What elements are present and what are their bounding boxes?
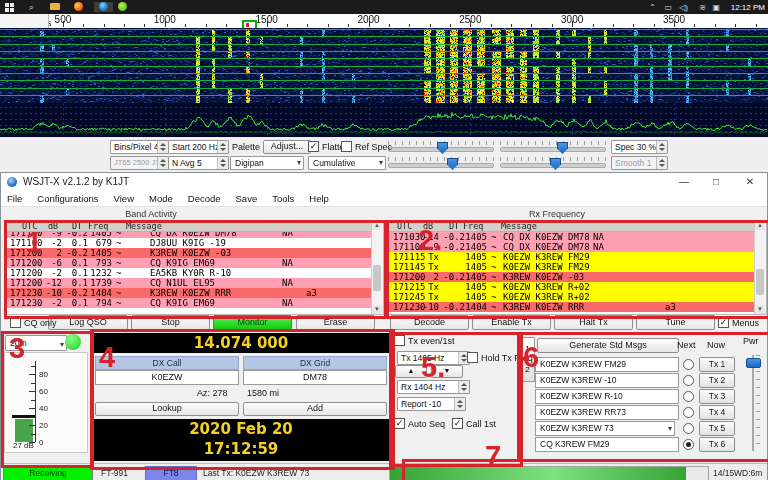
- close-button[interactable]: ✕: [743, 175, 757, 189]
- spinner-buttons[interactable]: [217, 157, 228, 169]
- frequency-scale[interactable]: 500100015002000250030003500: [0, 14, 768, 29]
- minimize-button[interactable]: —: [677, 175, 691, 189]
- tx-freq-spinner[interactable]: Tx 1405 Hz: [397, 351, 470, 365]
- palette-combo[interactable]: Digipan▾: [230, 156, 304, 170]
- search-icon[interactable]: ⌕: [26, 2, 37, 12]
- menu-save[interactable]: Save: [236, 193, 258, 204]
- title-bar[interactable]: WSJT-X v2.1.2 by K1JT — □ ✕: [1, 173, 767, 191]
- menu-configurations[interactable]: Configurations: [37, 193, 98, 204]
- slider-handle[interactable]: [437, 142, 448, 154]
- now-button-tx1[interactable]: Tx 1: [699, 357, 735, 372]
- stop-button[interactable]: Stop: [131, 315, 210, 330]
- decode-row[interactable]: 171200-120.11739~CQ N1UL EL95NA: [6, 278, 372, 288]
- tx-message-field-4[interactable]: K0EZW K3REW RR73: [535, 405, 679, 420]
- decode-row[interactable]: 171100-20.1679~DJ8UU K9IG -19: [6, 238, 372, 248]
- checkbox-ref-spec[interactable]: Ref Spec: [341, 141, 392, 152]
- bins-pixel-spinner[interactable]: Bins/Pixel 4: [110, 140, 169, 154]
- spinner-buttons[interactable]: [458, 381, 469, 393]
- decode-row[interactable]: 171215Tx1405~K0EZW K3REW R+02: [389, 282, 755, 292]
- frequency-display[interactable]: 14.074 000: [93, 333, 389, 353]
- next-radio-tx4[interactable]: [683, 407, 694, 418]
- menu-view[interactable]: View: [114, 193, 134, 204]
- menu-decode[interactable]: Decode: [188, 193, 221, 204]
- now-button-tx6[interactable]: Tx 6: [699, 437, 735, 452]
- dx-grid-field[interactable]: DM78: [243, 370, 387, 385]
- pwr-slider-handle[interactable]: [746, 358, 761, 368]
- now-button-tx2[interactable]: Tx 2: [699, 373, 735, 388]
- decode-row[interactable]: 171200-60.1793~CQ K9IG EM69NA: [6, 258, 372, 268]
- spinner-buttons[interactable]: [157, 157, 168, 169]
- decode-row[interactable]: 1712002-0.21405~K3REW K0EZW -03: [6, 248, 372, 258]
- checkbox-cq-only[interactable]: CQ only: [10, 317, 57, 328]
- checkbox-box[interactable]: [10, 317, 21, 328]
- notifications-icon[interactable]: ▣: [712, 3, 720, 12]
- firefox-icon[interactable]: [74, 2, 85, 12]
- spectrum-display[interactable]: [0, 103, 768, 137]
- waterfall-display[interactable]: [0, 28, 768, 103]
- clock[interactable]: 12:12 PM: [731, 3, 765, 12]
- spinner-buttons[interactable]: [217, 141, 228, 153]
- spectrum-mode-combo[interactable]: Cumulative▾: [308, 156, 386, 170]
- erase-button[interactable]: Erase: [296, 315, 375, 330]
- checkbox-box[interactable]: ✓: [452, 418, 463, 429]
- tx-message-field-2[interactable]: K0EZW K3REW -10: [535, 373, 679, 388]
- enable-tx-button[interactable]: Enable Tx: [472, 315, 551, 330]
- tx-message-field-5[interactable]: K0EZW K3REW 73▾: [535, 421, 675, 436]
- spectrum-gain-slider[interactable]: [388, 157, 494, 168]
- globe-browser-icon[interactable]: [94, 2, 113, 12]
- waterfall-gain-slider[interactable]: [388, 141, 494, 152]
- checkbox-box[interactable]: ✓: [718, 317, 729, 328]
- tx-message-field-1[interactable]: K0EZW K3REW FM29: [535, 357, 679, 372]
- next-radio-tx2[interactable]: [683, 375, 694, 386]
- rx-freq-spinner[interactable]: Rx 1404 Hz: [397, 380, 470, 394]
- waterfall-zero-slider[interactable]: [500, 141, 606, 152]
- menu-mode[interactable]: Mode: [149, 193, 173, 204]
- adjust-button[interactable]: Adjust...: [263, 140, 311, 154]
- checkbox-tx-even[interactable]: Tx even/1st: [394, 335, 455, 346]
- scroll-down-icon[interactable]: ▼: [372, 305, 382, 314]
- slider-handle[interactable]: [447, 158, 458, 170]
- decode-row[interactable]: 171100-9-0.21405~CQ DX K0EZW DM78NA: [389, 242, 755, 252]
- scrollbar-thumb[interactable]: [373, 265, 381, 291]
- checkbox-call-1st[interactable]: ✓Call 1st: [452, 418, 496, 429]
- decode-row[interactable]: 171230-10-0.21404~K3REW K0EZW RRRa3: [389, 302, 755, 312]
- rx-to-tx-button[interactable]: ▼: [431, 365, 463, 378]
- checkbox-box[interactable]: ✓: [308, 141, 319, 152]
- slider-handle[interactable]: [550, 158, 561, 170]
- decode-row[interactable]: 171145Tx1405~K0EZW K3REW FM29: [389, 262, 755, 272]
- report-spinner[interactable]: Report -10: [397, 397, 466, 411]
- next-radio-tx6[interactable]: [683, 439, 694, 450]
- now-button-tx3[interactable]: Tx 3: [699, 389, 735, 404]
- chevron-up-icon[interactable]: ⌃: [649, 3, 656, 12]
- decode-button[interactable]: Decode: [390, 315, 469, 330]
- decode-row[interactable]: 171115Tx1405~K0EZW K3REW FM29: [389, 252, 755, 262]
- n-avg-spinner[interactable]: N Avg 5: [168, 156, 229, 170]
- spinner-buttons[interactable]: [157, 141, 168, 153]
- next-radio-tx3[interactable]: [683, 391, 694, 402]
- checkbox-hold-tx[interactable]: Hold Tx Freq: [467, 352, 533, 363]
- checkbox-box[interactable]: [341, 141, 352, 152]
- decode-row[interactable]: 171230-20.1794~CQ K9IG EM69NA: [6, 298, 372, 308]
- scroll-up-icon[interactable]: ▲: [372, 221, 382, 230]
- decode-row[interactable]: 171200-20.11232~EA5KB KY0R R-10: [6, 268, 372, 278]
- menu-file[interactable]: File: [7, 193, 22, 204]
- spinner-buttons[interactable]: [656, 157, 667, 169]
- generate-std-msgs-button[interactable]: Generate Std Msgs: [537, 338, 679, 353]
- spinner-buttons[interactable]: [454, 398, 465, 410]
- decode-row[interactable]: 171230-10-0.21404~K3REW K0EZW RRRa3: [6, 288, 372, 298]
- network-icon[interactable]: ▭: [664, 3, 672, 12]
- rx-frequency-scrollbar[interactable]: ▲ ▼: [754, 221, 766, 314]
- dx-call-field[interactable]: K0EZW: [95, 370, 239, 385]
- now-button-tx4[interactable]: Tx 4: [699, 405, 735, 420]
- halt-tx-button[interactable]: Halt Tx: [554, 315, 633, 330]
- tx-message-field-3[interactable]: K0EZW K3REW R-10: [535, 389, 679, 404]
- slider-handle[interactable]: [557, 142, 568, 154]
- tx-message-field-6[interactable]: CQ K3REW FM29: [535, 437, 679, 452]
- next-radio-tx1[interactable]: [683, 359, 694, 370]
- tune-button[interactable]: Tune: [636, 315, 715, 330]
- decode-row[interactable]: 171030-14-0.21405~CQ DX K0EZW DM78NA: [389, 232, 755, 242]
- scrollbar-thumb[interactable]: [756, 269, 764, 295]
- spinner-buttons[interactable]: [656, 141, 667, 153]
- checkbox-auto-seq[interactable]: ✓Auto Seq: [394, 418, 445, 429]
- checkbox-box[interactable]: [394, 335, 405, 346]
